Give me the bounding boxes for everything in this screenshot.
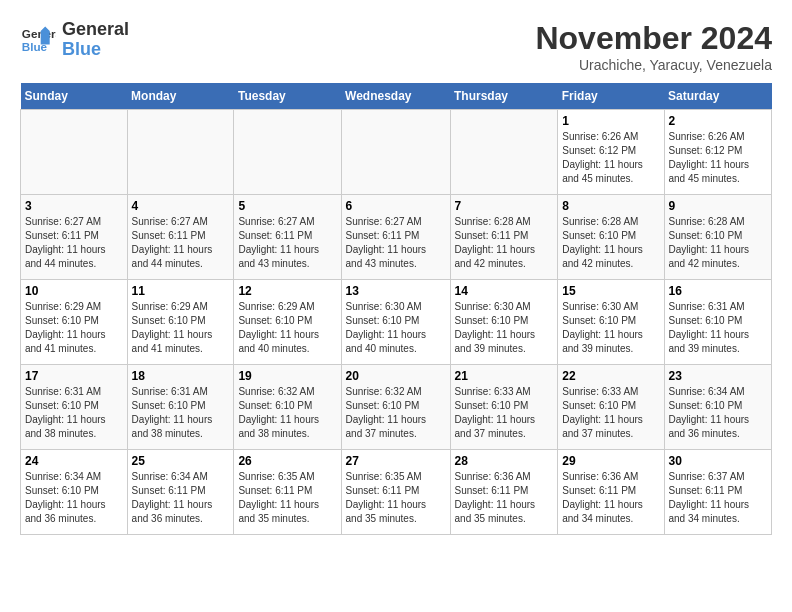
calendar-cell (127, 110, 234, 195)
header-cell-wednesday: Wednesday (341, 83, 450, 110)
day-number: 22 (562, 369, 659, 383)
day-number: 10 (25, 284, 123, 298)
day-info: Sunrise: 6:30 AM Sunset: 6:10 PM Dayligh… (346, 300, 446, 356)
calendar-cell: 22Sunrise: 6:33 AM Sunset: 6:10 PM Dayli… (558, 365, 664, 450)
day-number: 17 (25, 369, 123, 383)
day-number: 18 (132, 369, 230, 383)
day-info: Sunrise: 6:27 AM Sunset: 6:11 PM Dayligh… (132, 215, 230, 271)
day-info: Sunrise: 6:33 AM Sunset: 6:10 PM Dayligh… (455, 385, 554, 441)
page-header: General Blue General Blue November 2024 … (20, 20, 772, 73)
day-number: 24 (25, 454, 123, 468)
week-row-1: 1Sunrise: 6:26 AM Sunset: 6:12 PM Daylig… (21, 110, 772, 195)
calendar-cell: 19Sunrise: 6:32 AM Sunset: 6:10 PM Dayli… (234, 365, 341, 450)
calendar-cell: 29Sunrise: 6:36 AM Sunset: 6:11 PM Dayli… (558, 450, 664, 535)
calendar-cell: 15Sunrise: 6:30 AM Sunset: 6:10 PM Dayli… (558, 280, 664, 365)
day-number: 7 (455, 199, 554, 213)
day-info: Sunrise: 6:29 AM Sunset: 6:10 PM Dayligh… (25, 300, 123, 356)
day-number: 11 (132, 284, 230, 298)
day-info: Sunrise: 6:34 AM Sunset: 6:10 PM Dayligh… (25, 470, 123, 526)
week-row-4: 17Sunrise: 6:31 AM Sunset: 6:10 PM Dayli… (21, 365, 772, 450)
header-row: SundayMondayTuesdayWednesdayThursdayFrid… (21, 83, 772, 110)
header-cell-friday: Friday (558, 83, 664, 110)
calendar-cell: 7Sunrise: 6:28 AM Sunset: 6:11 PM Daylig… (450, 195, 558, 280)
day-info: Sunrise: 6:34 AM Sunset: 6:11 PM Dayligh… (132, 470, 230, 526)
day-number: 27 (346, 454, 446, 468)
calendar-cell: 28Sunrise: 6:36 AM Sunset: 6:11 PM Dayli… (450, 450, 558, 535)
calendar-cell (21, 110, 128, 195)
day-info: Sunrise: 6:31 AM Sunset: 6:10 PM Dayligh… (25, 385, 123, 441)
day-number: 14 (455, 284, 554, 298)
calendar-cell: 4Sunrise: 6:27 AM Sunset: 6:11 PM Daylig… (127, 195, 234, 280)
logo-icon: General Blue (20, 22, 56, 58)
day-number: 29 (562, 454, 659, 468)
calendar-cell: 10Sunrise: 6:29 AM Sunset: 6:10 PM Dayli… (21, 280, 128, 365)
calendar-cell: 5Sunrise: 6:27 AM Sunset: 6:11 PM Daylig… (234, 195, 341, 280)
day-info: Sunrise: 6:28 AM Sunset: 6:10 PM Dayligh… (669, 215, 768, 271)
day-info: Sunrise: 6:26 AM Sunset: 6:12 PM Dayligh… (562, 130, 659, 186)
logo: General Blue General Blue (20, 20, 129, 60)
day-number: 21 (455, 369, 554, 383)
calendar-table: SundayMondayTuesdayWednesdayThursdayFrid… (20, 83, 772, 535)
calendar-cell: 18Sunrise: 6:31 AM Sunset: 6:10 PM Dayli… (127, 365, 234, 450)
calendar-cell: 17Sunrise: 6:31 AM Sunset: 6:10 PM Dayli… (21, 365, 128, 450)
calendar-cell: 30Sunrise: 6:37 AM Sunset: 6:11 PM Dayli… (664, 450, 772, 535)
logo-text: General Blue (62, 20, 129, 60)
header-cell-monday: Monday (127, 83, 234, 110)
header-cell-tuesday: Tuesday (234, 83, 341, 110)
day-number: 20 (346, 369, 446, 383)
calendar-cell (450, 110, 558, 195)
header-cell-saturday: Saturday (664, 83, 772, 110)
day-number: 6 (346, 199, 446, 213)
calendar-cell: 12Sunrise: 6:29 AM Sunset: 6:10 PM Dayli… (234, 280, 341, 365)
title-block: November 2024 Urachiche, Yaracuy, Venezu… (535, 20, 772, 73)
day-number: 30 (669, 454, 768, 468)
day-info: Sunrise: 6:26 AM Sunset: 6:12 PM Dayligh… (669, 130, 768, 186)
calendar-cell: 8Sunrise: 6:28 AM Sunset: 6:10 PM Daylig… (558, 195, 664, 280)
day-number: 9 (669, 199, 768, 213)
day-number: 1 (562, 114, 659, 128)
day-number: 3 (25, 199, 123, 213)
calendar-cell: 1Sunrise: 6:26 AM Sunset: 6:12 PM Daylig… (558, 110, 664, 195)
day-info: Sunrise: 6:28 AM Sunset: 6:11 PM Dayligh… (455, 215, 554, 271)
month-title: November 2024 (535, 20, 772, 57)
day-number: 19 (238, 369, 336, 383)
calendar-cell (234, 110, 341, 195)
week-row-3: 10Sunrise: 6:29 AM Sunset: 6:10 PM Dayli… (21, 280, 772, 365)
day-info: Sunrise: 6:31 AM Sunset: 6:10 PM Dayligh… (669, 300, 768, 356)
day-info: Sunrise: 6:35 AM Sunset: 6:11 PM Dayligh… (346, 470, 446, 526)
day-info: Sunrise: 6:27 AM Sunset: 6:11 PM Dayligh… (346, 215, 446, 271)
day-info: Sunrise: 6:32 AM Sunset: 6:10 PM Dayligh… (346, 385, 446, 441)
day-number: 16 (669, 284, 768, 298)
day-info: Sunrise: 6:28 AM Sunset: 6:10 PM Dayligh… (562, 215, 659, 271)
calendar-cell: 21Sunrise: 6:33 AM Sunset: 6:10 PM Dayli… (450, 365, 558, 450)
calendar-cell: 23Sunrise: 6:34 AM Sunset: 6:10 PM Dayli… (664, 365, 772, 450)
calendar-cell: 11Sunrise: 6:29 AM Sunset: 6:10 PM Dayli… (127, 280, 234, 365)
calendar-cell: 27Sunrise: 6:35 AM Sunset: 6:11 PM Dayli… (341, 450, 450, 535)
calendar-cell: 9Sunrise: 6:28 AM Sunset: 6:10 PM Daylig… (664, 195, 772, 280)
svg-text:General: General (22, 27, 56, 40)
day-number: 2 (669, 114, 768, 128)
day-number: 4 (132, 199, 230, 213)
calendar-cell: 14Sunrise: 6:30 AM Sunset: 6:10 PM Dayli… (450, 280, 558, 365)
calendar-cell: 6Sunrise: 6:27 AM Sunset: 6:11 PM Daylig… (341, 195, 450, 280)
day-info: Sunrise: 6:29 AM Sunset: 6:10 PM Dayligh… (238, 300, 336, 356)
week-row-2: 3Sunrise: 6:27 AM Sunset: 6:11 PM Daylig… (21, 195, 772, 280)
day-info: Sunrise: 6:33 AM Sunset: 6:10 PM Dayligh… (562, 385, 659, 441)
calendar-cell: 16Sunrise: 6:31 AM Sunset: 6:10 PM Dayli… (664, 280, 772, 365)
day-number: 15 (562, 284, 659, 298)
day-info: Sunrise: 6:36 AM Sunset: 6:11 PM Dayligh… (455, 470, 554, 526)
calendar-cell (341, 110, 450, 195)
day-number: 26 (238, 454, 336, 468)
day-info: Sunrise: 6:32 AM Sunset: 6:10 PM Dayligh… (238, 385, 336, 441)
day-number: 5 (238, 199, 336, 213)
day-info: Sunrise: 6:30 AM Sunset: 6:10 PM Dayligh… (562, 300, 659, 356)
week-row-5: 24Sunrise: 6:34 AM Sunset: 6:10 PM Dayli… (21, 450, 772, 535)
day-number: 12 (238, 284, 336, 298)
calendar-cell: 13Sunrise: 6:30 AM Sunset: 6:10 PM Dayli… (341, 280, 450, 365)
day-info: Sunrise: 6:36 AM Sunset: 6:11 PM Dayligh… (562, 470, 659, 526)
day-number: 8 (562, 199, 659, 213)
calendar-cell: 2Sunrise: 6:26 AM Sunset: 6:12 PM Daylig… (664, 110, 772, 195)
day-number: 25 (132, 454, 230, 468)
day-info: Sunrise: 6:27 AM Sunset: 6:11 PM Dayligh… (25, 215, 123, 271)
day-info: Sunrise: 6:34 AM Sunset: 6:10 PM Dayligh… (669, 385, 768, 441)
